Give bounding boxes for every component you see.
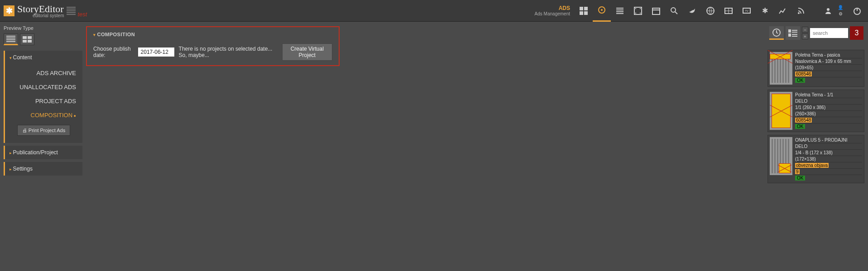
preview-type-label: Preview Type	[4, 25, 82, 31]
svg-point-19	[827, 8, 830, 11]
settings-header[interactable]: Settings	[5, 162, 82, 176]
ad-id: 608546	[795, 71, 812, 76]
chart-icon[interactable]	[774, 0, 792, 22]
clock-icon[interactable]	[769, 26, 784, 40]
list-view-icon[interactable]	[786, 26, 800, 40]
no-projects-text: There is no projects on selected date...…	[179, 46, 278, 58]
preview-list-icon[interactable]	[4, 33, 18, 45]
svg-rect-8	[635, 13, 636, 14]
svg-rect-24	[28, 40, 32, 43]
svg-point-18	[798, 12, 800, 14]
svg-rect-9	[640, 8, 641, 9]
target-icon[interactable]	[593, 0, 611, 22]
card-list: Poletna Terna - pasicaNaslovnica A - 109…	[767, 50, 864, 183]
svg-rect-3	[584, 11, 588, 15]
sort-up-down[interactable]: −+	[802, 27, 808, 39]
snow-icon[interactable]: ✱	[756, 0, 774, 22]
choose-date-label: Choose publish date:	[93, 46, 134, 58]
create-virtual-project-button[interactable]: Create Virtual Project	[282, 43, 332, 61]
publish-date-input[interactable]	[138, 48, 174, 57]
right-panel: −+ 3 Poletna Terna - pasicaNaslovnica A …	[764, 22, 868, 271]
result-count: 3	[850, 26, 863, 40]
composition-box: COMPOSITION Choose publish date: There i…	[86, 26, 340, 66]
app-subtitle: editorial system	[33, 13, 64, 18]
logo-block: ✱ StoryEditor editorial system test	[0, 3, 87, 18]
svg-rect-0	[580, 7, 583, 10]
svg-rect-28	[792, 32, 797, 33]
svg-rect-10	[640, 13, 641, 14]
lines-icon[interactable]	[611, 0, 629, 22]
card-info: ONAPLUS 5 - PRODAJNIDELO1/4 - B (172 x 1…	[794, 137, 862, 181]
settings-stack[interactable]: 👤⚙	[837, 0, 846, 22]
menu-ads-archive[interactable]: ADS ARCHIVE	[5, 66, 82, 80]
svg-rect-1	[584, 7, 588, 10]
right-toolbar: −+ 3	[769, 26, 863, 40]
left-panel: Preview Type Content ADS ARCHIVE UNALLOC…	[0, 22, 86, 271]
svg-rect-22	[28, 36, 32, 39]
toolbar-icons: TV ✱ 👤⚙	[575, 0, 868, 21]
status-badge: OK	[795, 124, 805, 129]
svg-rect-31	[792, 36, 797, 37]
topbar: ✱ StoryEditor editorial system test ADS …	[0, 0, 868, 22]
section-subtitle: Ads Management	[535, 11, 570, 16]
section-title: ADS	[535, 5, 570, 11]
svg-point-12	[671, 8, 676, 12]
globe-icon[interactable]	[701, 0, 719, 22]
svg-text:✱: ✱	[762, 7, 768, 14]
users-icon[interactable]	[819, 0, 837, 22]
svg-rect-27	[792, 30, 797, 31]
env-label: test	[77, 11, 87, 18]
menu-project-ads[interactable]: PROJECT ADS	[5, 94, 82, 108]
svg-rect-11	[652, 8, 660, 14]
print-project-ads-button[interactable]: 🖨 Print Project Ads	[17, 125, 70, 136]
accordion-settings: Settings	[4, 162, 82, 176]
svg-rect-2	[580, 11, 583, 15]
calendar-icon[interactable]	[647, 0, 665, 22]
card-info: Poletna Terna - pasicaNaslovnica A - 109…	[794, 52, 862, 85]
accordion-pubproj: Publication/Project	[4, 146, 82, 159]
svg-rect-30	[792, 34, 797, 35]
svg-rect-29	[788, 33, 791, 37]
ad-card[interactable]: Poletna Terna - 1/1DELO1/1 (260 x 386)(2…	[767, 90, 864, 132]
film-icon[interactable]	[629, 0, 647, 22]
tv-icon[interactable]: TV	[738, 0, 756, 22]
thumb	[770, 52, 792, 85]
svg-point-5	[601, 9, 603, 11]
grid-icon[interactable]	[575, 0, 593, 22]
lines-icon	[67, 6, 76, 15]
status-badge: OK	[795, 176, 805, 181]
search-icon[interactable]	[665, 0, 683, 22]
main-content: COMPOSITION Choose publish date: There i…	[86, 22, 764, 271]
thumb	[770, 92, 792, 130]
menu-unallocated-ads[interactable]: UNALLOCATED ADS	[5, 80, 82, 94]
preview-grid-icon[interactable]	[20, 33, 34, 45]
status-badge: OK	[795, 78, 805, 83]
section-label: ADS Ads Management	[535, 5, 570, 16]
ad-id: 9	[795, 169, 800, 174]
svg-rect-21	[23, 36, 27, 39]
ad-card[interactable]: Poletna Terna - pasicaNaslovnica A - 109…	[767, 50, 864, 87]
accordion-content: Content ADS ARCHIVE UNALLOCATED ADS PROJ…	[4, 51, 82, 143]
search-input[interactable]	[810, 28, 848, 38]
table-icon[interactable]	[719, 0, 738, 22]
content-header[interactable]: Content	[5, 51, 82, 64]
svg-rect-23	[23, 40, 27, 43]
svg-rect-26	[788, 29, 791, 33]
dove-icon[interactable]	[683, 0, 701, 22]
power-icon[interactable]	[846, 0, 868, 22]
composition-title: COMPOSITION	[93, 32, 332, 37]
svg-rect-7	[635, 8, 636, 9]
pubproj-header[interactable]: Publication/Project	[5, 146, 82, 159]
rss-icon[interactable]	[792, 0, 810, 22]
thumb	[770, 137, 792, 175]
card-info: Poletna Terna - 1/1DELO1/1 (260 x 386)(2…	[794, 92, 862, 130]
menu-composition[interactable]: COMPOSITION	[5, 108, 82, 122]
logo-icon: ✱	[4, 5, 14, 16]
ad-card[interactable]: ONAPLUS 5 - PRODAJNIDELO1/4 - B (172 x 1…	[767, 135, 864, 183]
ad-id: 608548	[795, 118, 812, 123]
svg-text:TV: TV	[745, 10, 748, 12]
